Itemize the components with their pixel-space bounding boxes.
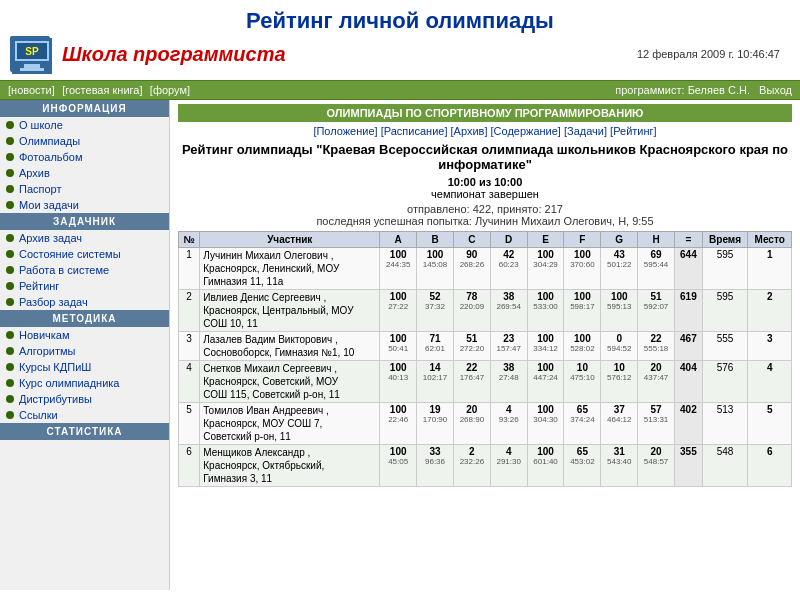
sidebar-item-school[interactable]: О школе — [0, 117, 169, 133]
stat-line: отправлено: 422, принято: 217 — [178, 203, 792, 215]
logo-text: Школа программиста — [62, 43, 286, 66]
col-a: A — [380, 232, 417, 248]
cell-b: 71 62:01 — [417, 332, 454, 361]
sidebar-item-my-tasks[interactable]: Мои задачи — [0, 197, 169, 213]
rating-title: Рейтинг олимпиады "Краевая Всероссийская… — [178, 142, 792, 172]
content-tabs[interactable]: [Положение] [Расписание] [Архив] [Содерж… — [178, 125, 792, 137]
col-c: C — [453, 232, 490, 248]
sidebar-item-task-archive[interactable]: Архив задач — [0, 230, 169, 246]
sidebar-item-distrib[interactable]: Дистрибутивы — [0, 391, 169, 407]
bullet-icon — [6, 234, 14, 242]
cell-participant: Лучинин Михаил Олегович ,Красноярск, Лен… — [200, 248, 380, 290]
cell-time: 555 — [702, 332, 748, 361]
bullet-icon — [6, 363, 14, 371]
sidebar-item-work-system[interactable]: Работа в системе — [0, 262, 169, 278]
sidebar-section-stats: СТАТИСТИКА — [0, 423, 169, 440]
cell-time: 548 — [702, 445, 748, 487]
sidebar-item-rating[interactable]: Рейтинг — [0, 278, 169, 294]
bullet-icon — [6, 266, 14, 274]
cell-num: 5 — [179, 403, 200, 445]
bullet-icon — [6, 153, 14, 161]
cell-participant: Лазалев Вадим Викторович ,Сосновоборск, … — [200, 332, 380, 361]
sidebar-item-courses[interactable]: Курсы КДПиШ — [0, 359, 169, 375]
sidebar-item-olympiads[interactable]: Олимпиады — [0, 133, 169, 149]
cell-a: 100 27:22 — [380, 290, 417, 332]
bullet-icon — [6, 201, 14, 209]
navbar-links[interactable]: [новости] [гостевая книга] [форум] — [8, 83, 194, 97]
col-d: D — [490, 232, 527, 248]
cell-d: 23 157:47 — [490, 332, 527, 361]
svg-rect-4 — [24, 64, 40, 68]
cell-e: 100 334:12 — [527, 332, 564, 361]
col-time: Время — [702, 232, 748, 248]
cell-g: 100 595:13 — [601, 290, 638, 332]
cell-c: 20 268:90 — [453, 403, 490, 445]
sidebar-item-links[interactable]: Ссылки — [0, 407, 169, 423]
navbar-user: программист: Беляев С.Н. Выход — [615, 84, 792, 96]
cell-a: 100 22:46 — [380, 403, 417, 445]
col-place: Место — [748, 232, 792, 248]
bullet-icon — [6, 250, 14, 258]
cell-b: 19 170:90 — [417, 403, 454, 445]
cell-a: 100 50:41 — [380, 332, 417, 361]
cell-h: 22 555:18 — [638, 332, 675, 361]
tab-contents[interactable]: [Содержание] — [491, 125, 561, 137]
cell-g: 37 464:12 — [601, 403, 638, 445]
table-row: 6 Менщиков Александр ,Красноярск, Октябр… — [179, 445, 792, 487]
cell-e: 100 304:30 — [527, 403, 564, 445]
nav-forum[interactable]: [форум] — [150, 84, 190, 96]
cell-h: 51 592:07 — [638, 290, 675, 332]
sidebar-item-archive[interactable]: Архив — [0, 165, 169, 181]
cell-f: 65 374:24 — [564, 403, 601, 445]
cell-time: 576 — [702, 361, 748, 403]
cell-b: 14 102:17 — [417, 361, 454, 403]
col-e: E — [527, 232, 564, 248]
cell-time: 595 — [702, 248, 748, 290]
col-h: H — [638, 232, 675, 248]
cell-h: 20 437:47 — [638, 361, 675, 403]
cell-c: 78 220:09 — [453, 290, 490, 332]
cell-num: 3 — [179, 332, 200, 361]
nav-news[interactable]: [новости] — [8, 84, 55, 96]
cell-e: 100 601:40 — [527, 445, 564, 487]
tab-rating[interactable]: [Рейтинг] — [610, 125, 657, 137]
sidebar-item-beginners[interactable]: Новичкам — [0, 327, 169, 343]
bullet-icon — [6, 298, 14, 306]
nav-guestbook[interactable]: [гостевая книга] — [62, 84, 142, 96]
sidebar-item-photo[interactable]: Фотоальбом — [0, 149, 169, 165]
cell-e: 100 533:00 — [527, 290, 564, 332]
cell-num: 2 — [179, 290, 200, 332]
sidebar-item-passport[interactable]: Паспорт — [0, 181, 169, 197]
col-f: F — [564, 232, 601, 248]
sidebar-item-system-state[interactable]: Состояние системы — [0, 246, 169, 262]
logout-link[interactable]: Выход — [759, 84, 792, 96]
sidebar-item-task-review[interactable]: Разбор задач — [0, 294, 169, 310]
cell-participant: Ивлиев Денис Сергеевич ,Красноярск, Цент… — [200, 290, 380, 332]
cell-h: 69 595:44 — [638, 248, 675, 290]
cell-total: 402 — [675, 403, 703, 445]
tab-archive[interactable]: [Архив] — [451, 125, 488, 137]
cell-total: 644 — [675, 248, 703, 290]
sidebar-item-olympiad-course[interactable]: Курс олимпиадника — [0, 375, 169, 391]
cell-f: 100 528:02 — [564, 332, 601, 361]
rating-progress: 10:00 из 10:00 чемпионат завершен — [178, 176, 792, 200]
progress-text: 10:00 из 10:00 — [178, 176, 792, 188]
cell-d: 38 269:54 — [490, 290, 527, 332]
cell-a: 100 45:05 — [380, 445, 417, 487]
sidebar-section-tasks: ЗАДАЧНИК — [0, 213, 169, 230]
cell-g: 43 501:22 — [601, 248, 638, 290]
cell-g: 31 543:40 — [601, 445, 638, 487]
col-total: = — [675, 232, 703, 248]
datetime: 12 февраля 2009 г. 10:46:47 — [637, 48, 790, 60]
tab-tasks[interactable]: [Задачи] — [564, 125, 607, 137]
cell-f: 100 598:17 — [564, 290, 601, 332]
rating-stat: отправлено: 422, принято: 217 последняя … — [178, 203, 792, 227]
cell-total: 355 — [675, 445, 703, 487]
status-text: чемпионат завершен — [178, 188, 792, 200]
cell-total: 467 — [675, 332, 703, 361]
bullet-icon — [6, 395, 14, 403]
cell-participant: Томилов Иван Андреевич ,Красноярск, МОУ … — [200, 403, 380, 445]
tab-position[interactable]: [Положение] — [313, 125, 377, 137]
tab-schedule[interactable]: [Расписание] — [381, 125, 448, 137]
sidebar-item-algorithms[interactable]: Алгоритмы — [0, 343, 169, 359]
